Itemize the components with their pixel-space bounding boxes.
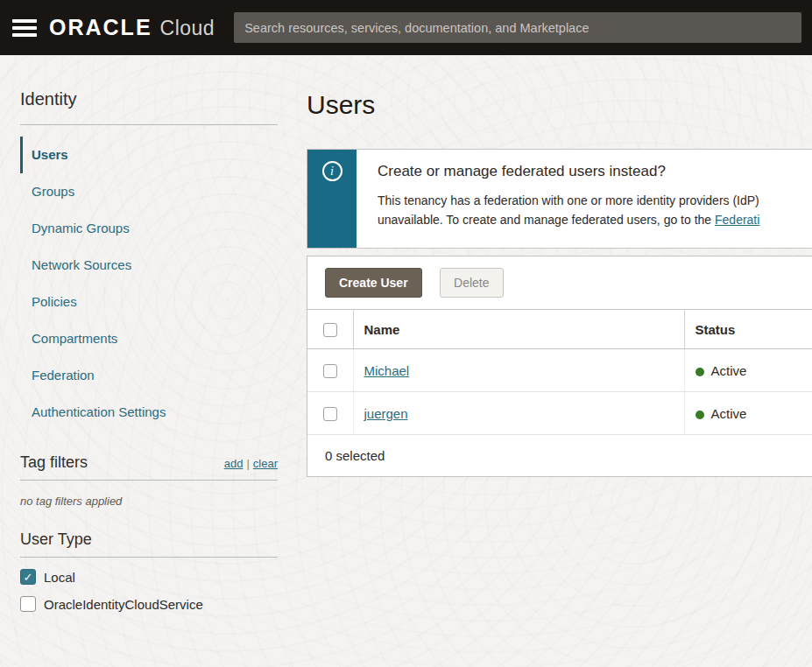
sidebar-item-authentication-settings[interactable]: Authentication Settings [20, 394, 278, 431]
status-column-header: Status [684, 310, 812, 349]
users-table-card: Create User Delete Name Status [307, 256, 812, 477]
sidebar-divider [20, 124, 278, 125]
sidebar-item-federation[interactable]: Federation [20, 357, 278, 394]
sidebar-item-users[interactable]: Users [20, 137, 278, 173]
user-type-title: User Type [20, 530, 278, 549]
tag-filters-divider [20, 480, 278, 481]
info-banner-strip: i [307, 150, 357, 248]
create-user-button[interactable]: Create User [325, 268, 422, 298]
global-search-box[interactable] [234, 12, 801, 43]
user-link[interactable]: Michael [364, 363, 410, 378]
oracle-cloud-logo: ORACLE Cloud [49, 15, 215, 40]
user-type-divider [20, 557, 278, 558]
table-row: juergen Active [307, 392, 812, 435]
hamburger-menu-icon[interactable] [12, 19, 37, 37]
info-banner-line1: This tenancy has a federation with one o… [378, 193, 759, 207]
delete-button[interactable]: Delete [440, 268, 503, 298]
info-banner-line2: unavailable. To create and manage federa… [378, 213, 715, 227]
table-header-row: Name Status [307, 310, 812, 349]
user-link[interactable]: juergen [364, 406, 408, 421]
federation-info-banner: i Create or manage federated users inste… [307, 149, 812, 249]
tag-filters-add-link[interactable]: add [224, 457, 244, 470]
sidebar-section-title: Identity [20, 55, 278, 109]
identity-sidebar: Identity Users Groups Dynamic Groups Net… [20, 55, 278, 612]
identity-nav: Users Groups Dynamic Groups Network Sour… [20, 137, 278, 431]
select-all-header-cell [307, 310, 353, 349]
checkbox-unchecked-icon[interactable] [20, 596, 36, 612]
oracle-cloud-console: ORACLE Cloud Identity Users Groups Dynam… [0, 0, 812, 667]
users-table: Name Status Michael Active [307, 309, 812, 435]
status-text: Active [711, 406, 747, 421]
sidebar-item-compartments[interactable]: Compartments [20, 320, 278, 357]
checkbox-label: Local [44, 570, 75, 585]
row-select-cell [307, 392, 353, 435]
user-type-option-oracle-identity-cloud-service[interactable]: OracleIdentityCloudService [20, 596, 278, 612]
table-toolbar: Create User Delete [307, 256, 812, 309]
status-active-icon [695, 368, 704, 376]
logo-oracle-text: ORACLE [49, 15, 152, 40]
checkbox-label: OracleIdentityCloudService [44, 597, 203, 612]
sidebar-item-policies[interactable]: Policies [20, 284, 278, 320]
status-text: Active [711, 363, 747, 378]
name-column-header: Name [353, 310, 684, 349]
sidebar-item-groups[interactable]: Groups [20, 173, 278, 210]
name-cell: juergen [353, 392, 684, 435]
federation-link[interactable]: Federati [715, 213, 759, 227]
row-select-cell [307, 349, 353, 392]
info-icon: i [322, 161, 342, 181]
tag-filters-clear-link[interactable]: clear [253, 457, 278, 470]
selection-count: 0 selected [307, 435, 812, 476]
top-bar: ORACLE Cloud [0, 0, 812, 55]
status-active-icon [695, 411, 704, 419]
main-content: Users i Create or manage federated users… [307, 55, 812, 477]
status-cell: Active [684, 392, 812, 435]
sidebar-item-dynamic-groups[interactable]: Dynamic Groups [20, 210, 278, 247]
tag-filters-header: Tag filters add|clear [20, 453, 278, 472]
status-cell: Active [684, 349, 812, 392]
name-cell: Michael [353, 349, 684, 392]
tag-filters-title: Tag filters [20, 453, 88, 472]
tag-filters-actions: add|clear [224, 457, 278, 470]
info-banner-title: Create or manage federated users instead… [378, 163, 759, 180]
tag-filters-empty-note: no tag filters applied [20, 495, 278, 508]
table-row: Michael Active [307, 349, 812, 392]
info-banner-body: Create or manage federated users instead… [357, 150, 775, 248]
select-all-checkbox[interactable] [323, 323, 337, 337]
row-checkbox[interactable] [323, 364, 337, 378]
sidebar-item-network-sources[interactable]: Network Sources [20, 247, 278, 284]
info-banner-text: This tenancy has a federation with one o… [378, 191, 759, 229]
row-checkbox[interactable] [323, 407, 337, 421]
search-input[interactable] [244, 21, 791, 35]
logo-cloud-text: Cloud [160, 17, 215, 40]
user-type-option-local[interactable]: ✓ Local [20, 569, 278, 585]
tag-filters-separator: | [246, 457, 249, 470]
checkbox-checked-icon[interactable]: ✓ [20, 569, 36, 585]
page-title: Users [307, 90, 812, 120]
